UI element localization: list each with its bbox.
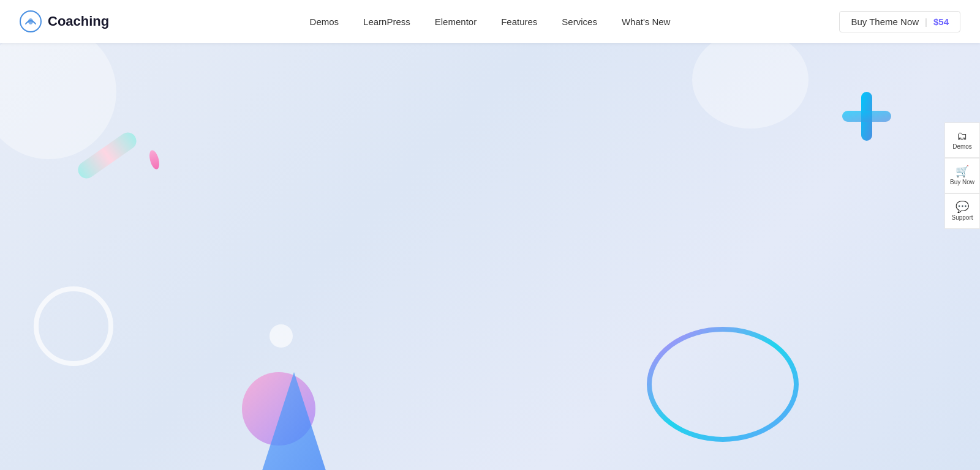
svg-point-3 [242, 372, 315, 446]
buy-sidebar-icon: 🛒 [956, 166, 969, 177]
sidebar-panel: 🗂 Demos 🛒 Buy Now 💬 Support [944, 122, 980, 229]
svg-rect-1 [861, 92, 872, 141]
navbar: Coaching Demos LearnPress Elementor Feat… [0, 0, 980, 43]
deco-ring-bottom-left [34, 286, 113, 366]
deco-oval-pink [148, 149, 161, 171]
deco-cross-blue [839, 89, 894, 144]
svg-marker-4 [260, 372, 328, 470]
sidebar-btn-demos[interactable]: 🗂 Demos [944, 122, 980, 158]
sidebar-btn-support-label: Support [951, 214, 973, 221]
cta-divider: | [925, 17, 927, 27]
support-sidebar-icon: 💬 [956, 201, 969, 212]
nav-item-services[interactable]: Services [562, 17, 597, 27]
demos-sidebar-icon: 🗂 [957, 130, 968, 141]
nav-item-elementor[interactable]: Elementor [435, 17, 477, 27]
sidebar-btn-buy[interactable]: 🛒 Buy Now [944, 158, 980, 193]
deco-circle-top-left [0, 24, 116, 159]
logo-text: Coaching [48, 13, 109, 29]
sidebar-btn-demos-label: Demos [952, 143, 972, 150]
main-nav: Demos LearnPress Elementor Features Serv… [310, 17, 671, 27]
deco-bar-gradient [75, 129, 140, 182]
nav-item-demos[interactable]: Demos [310, 17, 339, 27]
nav-item-whats-new[interactable]: What's New [622, 17, 671, 27]
buy-theme-button[interactable]: Buy Theme Now | $54 [839, 11, 960, 32]
logo-link[interactable]: Coaching [20, 10, 109, 32]
sidebar-btn-buy-label: Buy Now [950, 179, 974, 185]
svg-point-5 [649, 329, 796, 439]
buy-button-label: Buy Theme Now [851, 17, 919, 27]
deco-ring-bottom-right [643, 323, 802, 446]
nav-item-learnpress[interactable]: LearnPress [363, 17, 410, 27]
cta-price: $54 [933, 17, 949, 27]
hero-section [0, 0, 980, 470]
navbar-right: Buy Theme Now | $54 [839, 11, 960, 32]
nav-item-features[interactable]: Features [501, 17, 537, 27]
svg-rect-2 [842, 111, 891, 122]
deco-circle-top-right [692, 31, 809, 129]
sidebar-btn-support[interactable]: 💬 Support [944, 193, 980, 229]
deco-dot-center [270, 324, 293, 348]
deco-cone-bottom [233, 354, 343, 470]
logo-icon [20, 10, 42, 32]
